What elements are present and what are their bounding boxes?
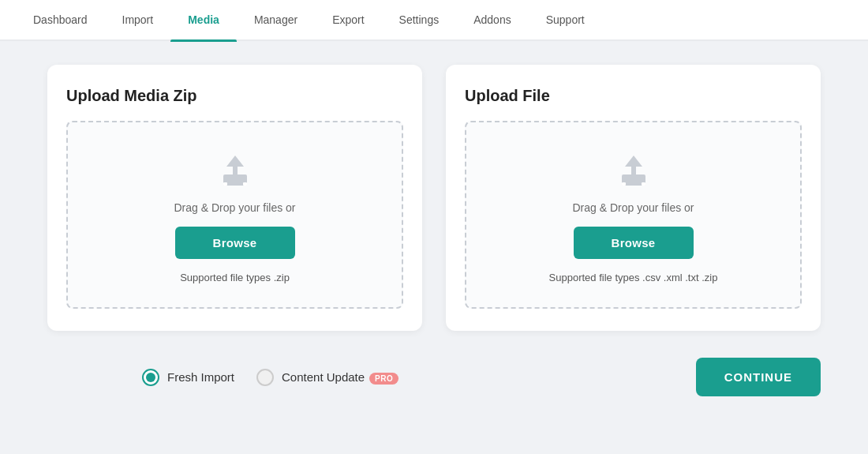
svg-marker-2 [226, 156, 244, 167]
radio-content-update[interactable]: Content UpdatePRO [256, 369, 398, 386]
nav-item-export[interactable]: Export [315, 0, 381, 40]
drop-zone-zip[interactable]: Drag & Drop your files or Browse Support… [66, 121, 403, 309]
svg-marker-7 [625, 156, 642, 167]
upload-file-card: Upload File Drag & Drop your files or Br… [446, 65, 821, 331]
card-title-zip: Upload Media Zip [66, 87, 403, 105]
bottom-bar: Fresh Import Content UpdatePRO CONTINUE [47, 350, 821, 396]
import-options: Fresh Import Content UpdatePRO [47, 369, 398, 386]
card-title-file: Upload File [465, 87, 802, 105]
svg-rect-9 [642, 182, 645, 186]
radio-circle-update [256, 369, 274, 386]
nav-item-media[interactable]: Media [170, 0, 237, 40]
browse-button-file[interactable]: Browse [574, 227, 694, 259]
radio-label-update: Content UpdatePRO [282, 370, 398, 384]
radio-circle-fresh [142, 369, 159, 386]
svg-rect-4 [243, 182, 247, 186]
upload-icon-zip [215, 154, 255, 189]
svg-rect-3 [223, 182, 227, 186]
supported-text-file: Supported file types .csv .xml .txt .zip [549, 272, 718, 283]
upload-icon-file [614, 154, 653, 189]
radio-label-fresh: Fresh Import [167, 370, 234, 384]
svg-rect-8 [622, 182, 626, 186]
browse-button-zip[interactable]: Browse [175, 227, 295, 259]
pro-badge: PRO [369, 373, 398, 385]
nav-item-settings[interactable]: Settings [382, 0, 457, 40]
nav-item-import[interactable]: Import [105, 0, 171, 40]
upload-media-zip-card: Upload Media Zip Drag & Drop your files … [47, 65, 422, 331]
radio-fresh-import[interactable]: Fresh Import [142, 369, 234, 386]
supported-text-zip: Supported file types .zip [180, 272, 290, 283]
nav-item-dashboard[interactable]: Dashboard [16, 0, 105, 40]
drop-text-zip: Drag & Drop your files or [174, 201, 295, 214]
nav-bar: DashboardImportMediaManagerExportSetting… [0, 0, 868, 41]
nav-item-support[interactable]: Support [529, 0, 602, 40]
cards-row: Upload Media Zip Drag & Drop your files … [47, 65, 821, 331]
drop-zone-file[interactable]: Drag & Drop your files or Browse Support… [465, 121, 802, 309]
nav-item-manager[interactable]: Manager [237, 0, 315, 40]
continue-button[interactable]: CONTINUE [696, 358, 821, 396]
drop-text-file: Drag & Drop your files or [572, 201, 694, 214]
main-content: Upload Media Zip Drag & Drop your files … [0, 41, 868, 412]
nav-item-addons[interactable]: Addons [456, 0, 528, 40]
